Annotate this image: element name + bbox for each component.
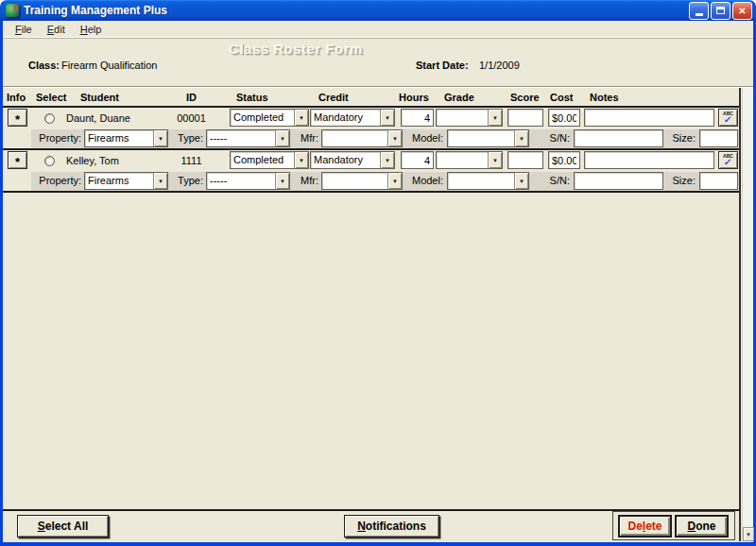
model-combo[interactable]: ▼ bbox=[447, 129, 529, 147]
chevron-down-icon[interactable]: ▼ bbox=[514, 130, 528, 146]
chevron-down-icon[interactable]: ▼ bbox=[380, 152, 394, 168]
type-label: Type: bbox=[171, 175, 203, 186]
grade-value bbox=[437, 110, 488, 126]
info-button-label: * bbox=[15, 159, 20, 166]
delete-button[interactable]: Delete bbox=[618, 515, 672, 537]
chevron-down-icon[interactable]: ▼ bbox=[294, 152, 308, 168]
property-combo[interactable]: Firearms ▼ bbox=[84, 129, 168, 147]
property-combo[interactable]: Firearms ▼ bbox=[84, 172, 168, 190]
close-icon: ✕ bbox=[738, 6, 746, 16]
notes-input[interactable] bbox=[584, 151, 714, 169]
grade-combo[interactable]: ▼ bbox=[436, 151, 503, 169]
window-title: Training Management Plus bbox=[24, 4, 689, 17]
close-button[interactable]: ✕ bbox=[732, 2, 752, 20]
grade-combo[interactable]: ▼ bbox=[436, 109, 503, 127]
notes-input[interactable] bbox=[584, 109, 714, 127]
property-label: Property: bbox=[31, 175, 81, 186]
info-button[interactable]: * bbox=[8, 109, 27, 127]
chevron-down-icon[interactable]: ▼ bbox=[514, 173, 528, 189]
chevron-down-icon[interactable]: ▼ bbox=[488, 110, 502, 126]
mfr-value bbox=[322, 173, 387, 189]
col-header-notes: Notes bbox=[590, 92, 619, 103]
property-label: Property: bbox=[31, 132, 81, 144]
col-header-info: Info bbox=[7, 92, 26, 103]
status-combo[interactable]: Completed ▼ bbox=[230, 109, 309, 127]
table-row: * Kelley, Tom 1111 Completed ▼ Mandatory… bbox=[3, 150, 740, 171]
chevron-down-icon[interactable]: ▼ bbox=[153, 130, 167, 146]
property-value: Firearms bbox=[85, 130, 153, 146]
chevron-down-icon[interactable]: ▼ bbox=[380, 110, 394, 126]
restore-button[interactable] bbox=[711, 2, 730, 20]
titlebar: Training Management Plus ✕ bbox=[0, 0, 756, 21]
start-date-value: 1/1/2009 bbox=[479, 60, 520, 71]
score-input[interactable] bbox=[507, 151, 543, 169]
col-header-credit: Credit bbox=[318, 92, 349, 103]
window-frame: File Edit Help Class Roster Form Class: … bbox=[0, 21, 756, 546]
app-window: Training Management Plus ✕ File Edit Hel… bbox=[0, 0, 756, 546]
size-label: Size: bbox=[661, 132, 696, 144]
class-value: Firearm Qualification bbox=[61, 60, 157, 71]
menu-help[interactable]: Help bbox=[74, 23, 109, 36]
student-id: 1111 bbox=[165, 155, 217, 166]
done-button[interactable]: Done bbox=[675, 515, 729, 537]
score-input[interactable] bbox=[507, 109, 543, 127]
window-controls: ✕ bbox=[689, 2, 752, 20]
menu-file[interactable]: File bbox=[9, 23, 39, 36]
select-radio[interactable] bbox=[44, 156, 55, 166]
cost-input[interactable] bbox=[548, 151, 580, 169]
student-name: Kelley, Tom bbox=[66, 155, 119, 166]
credit-combo[interactable]: Mandatory ▼ bbox=[310, 151, 395, 169]
sn-input[interactable] bbox=[574, 172, 663, 190]
select-all-button[interactable]: Select All bbox=[17, 515, 109, 537]
cost-input[interactable] bbox=[548, 109, 580, 127]
type-combo[interactable]: ----- ▼ bbox=[206, 172, 290, 190]
table-row-detail: Property: Firearms ▼ Type: ----- ▼ Mfr: … bbox=[3, 128, 740, 148]
sn-input[interactable] bbox=[574, 129, 663, 147]
table-row-detail: Property: Firearms ▼ Type: ----- ▼ Mfr: … bbox=[3, 171, 740, 191]
col-header-status: Status bbox=[236, 92, 268, 103]
mfr-label: Mfr: bbox=[284, 175, 318, 186]
model-label: Model: bbox=[388, 175, 443, 186]
checkmark-icon: ✓ bbox=[724, 115, 733, 125]
col-header-id: ID bbox=[165, 92, 217, 103]
minimize-button[interactable] bbox=[689, 2, 709, 20]
class-roster-form: Class Roster Form Class: Firearm Qualifi… bbox=[3, 38, 753, 541]
class-label: Class: bbox=[28, 60, 60, 71]
status-combo[interactable]: Completed ▼ bbox=[230, 151, 309, 169]
grade-value bbox=[437, 152, 488, 168]
notifications-button[interactable]: Notifications bbox=[344, 515, 439, 537]
type-combo[interactable]: ----- ▼ bbox=[206, 129, 290, 147]
menu-edit[interactable]: Edit bbox=[41, 23, 72, 36]
chevron-down-icon[interactable]: ▼ bbox=[294, 110, 308, 126]
info-button[interactable]: * bbox=[8, 151, 27, 169]
chevron-down-icon[interactable]: ▼ bbox=[153, 173, 167, 189]
select-radio[interactable] bbox=[44, 113, 55, 124]
mfr-label: Mfr: bbox=[284, 132, 318, 144]
vertical-scrollbar[interactable]: ▼ bbox=[742, 88, 753, 541]
minimize-icon bbox=[696, 13, 703, 16]
roster-right-border bbox=[739, 88, 741, 541]
sn-label: S/N: bbox=[528, 175, 570, 186]
size-input[interactable] bbox=[699, 129, 738, 147]
scroll-down-button[interactable]: ▼ bbox=[743, 527, 754, 541]
mfr-value bbox=[322, 130, 387, 146]
model-combo[interactable]: ▼ bbox=[447, 172, 529, 190]
page-title: Class Roster Form bbox=[3, 41, 589, 57]
size-input[interactable] bbox=[699, 172, 738, 190]
row-separator bbox=[3, 191, 740, 193]
col-header-cost: Cost bbox=[550, 92, 573, 103]
menubar: File Edit Help bbox=[3, 21, 753, 38]
student-id: 00001 bbox=[165, 112, 217, 124]
spellcheck-button[interactable]: ABC ✓ bbox=[718, 151, 738, 169]
credit-combo[interactable]: Mandatory ▼ bbox=[310, 109, 395, 127]
model-value bbox=[448, 173, 514, 189]
hours-input[interactable] bbox=[401, 151, 434, 169]
col-header-score: Score bbox=[510, 92, 540, 103]
col-header-hours: Hours bbox=[399, 92, 429, 103]
hours-input[interactable] bbox=[401, 109, 434, 127]
spellcheck-button[interactable]: ABC ✓ bbox=[718, 109, 738, 127]
header-divider bbox=[3, 86, 753, 88]
model-value bbox=[448, 130, 514, 146]
property-value: Firearms bbox=[85, 173, 153, 189]
chevron-down-icon[interactable]: ▼ bbox=[488, 152, 502, 168]
